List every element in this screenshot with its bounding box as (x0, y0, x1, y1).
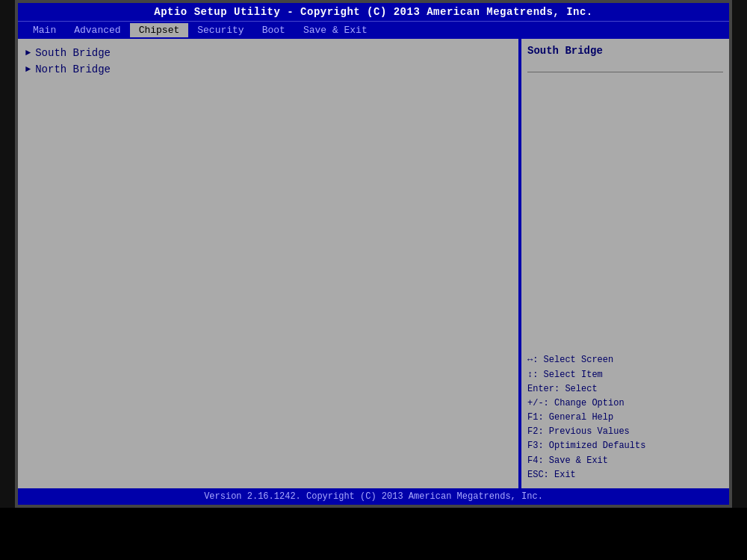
help-line-5: F2: Previous Values (527, 425, 723, 439)
right-panel-title: South Bridge (527, 45, 723, 57)
right-panel: South Bridge ↔: Select Screen ↕: Select … (520, 39, 729, 488)
menu-main[interactable]: Main (24, 23, 65, 37)
help-line-6: F3: Optimized Defaults (527, 439, 723, 453)
help-line-7: F4: Save & Exit (527, 454, 723, 468)
right-panel-divider (527, 72, 723, 72)
footer-text: Version 2.16.1242. Copyright (C) 2013 Am… (204, 491, 543, 502)
menu-boot[interactable]: Boot (253, 23, 294, 37)
menu-bar: Main Advanced Chipset Security Boot Save… (18, 21, 729, 39)
help-section: ↔: Select Screen ↕: Select Item Enter: S… (527, 353, 723, 482)
south-bridge-entry[interactable]: ► South Bridge (21, 45, 515, 61)
menu-advanced[interactable]: Advanced (65, 23, 129, 37)
north-bridge-arrow: ► (25, 64, 31, 75)
north-bridge-label: North Bridge (35, 63, 111, 75)
bios-screen: Aptio Setup Utility - Copyright (C) 2013… (15, 0, 732, 508)
help-line-8: ESC: Exit (527, 468, 723, 482)
south-bridge-label: South Bridge (35, 47, 111, 59)
help-line-1: ↕: Select Item (527, 368, 723, 382)
north-bridge-entry[interactable]: ► North Bridge (21, 61, 515, 78)
help-line-0: ↔: Select Screen (527, 353, 723, 367)
help-line-4: F1: General Help (527, 411, 723, 425)
help-line-3: +/-: Change Option (527, 396, 723, 411)
menu-security[interactable]: Security (188, 23, 252, 37)
title-text: Aptio Setup Utility - Copyright (C) 2013… (154, 6, 593, 18)
left-panel: ► South Bridge ► North Bridge (18, 39, 520, 488)
menu-chipset[interactable]: Chipset (130, 23, 189, 37)
help-line-2: Enter: Select (527, 382, 723, 396)
south-bridge-arrow: ► (25, 48, 31, 58)
content-area: ► South Bridge ► North Bridge South Brid… (18, 39, 729, 488)
title-bar: Aptio Setup Utility - Copyright (C) 2013… (18, 3, 729, 21)
footer-bar: Version 2.16.1242. Copyright (C) 2013 Am… (18, 488, 729, 505)
menu-save-exit[interactable]: Save & Exit (294, 23, 376, 37)
bottom-black-bar (0, 508, 747, 560)
